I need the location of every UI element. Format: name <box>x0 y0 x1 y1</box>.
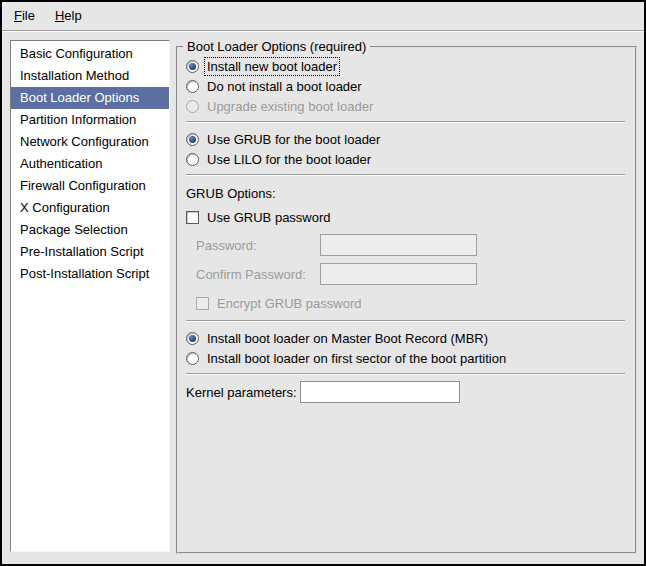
sidebar-item-installation-method[interactable]: Installation Method <box>11 65 169 87</box>
kernel-parameters-row: Kernel parameters: <box>186 381 625 403</box>
sidebar-item-partition-information[interactable]: Partition Information <box>11 109 169 131</box>
sidebar-item-firewall-configuration[interactable]: Firewall Configuration <box>11 175 169 197</box>
menu-help[interactable]: Help <box>45 2 92 30</box>
kernel-parameters-input[interactable] <box>300 381 460 403</box>
radio-use-grub[interactable]: Use GRUB for the boot loader <box>186 129 625 149</box>
radio-label: Install boot loader on Master Boot Recor… <box>205 330 490 347</box>
menu-file[interactable]: File <box>4 2 45 30</box>
radio-label: Install new boot loader <box>205 58 339 75</box>
radio-label: Install boot loader on first sector of t… <box>205 350 508 367</box>
radio-install-new-boot-loader[interactable]: Install new boot loader <box>186 56 625 76</box>
sidebar-item-x-configuration[interactable]: X Configuration <box>11 197 169 219</box>
password-input <box>320 234 477 256</box>
radio-button-icon <box>186 352 199 365</box>
checkbox-label: Use GRUB password <box>205 209 333 226</box>
grub-options-heading: GRUB Options: <box>186 185 625 201</box>
radio-label: Upgrade existing boot loader <box>205 98 375 115</box>
radio-install-first-sector[interactable]: Install boot loader on first sector of t… <box>186 348 625 368</box>
radio-use-lilo[interactable]: Use LILO for the boot loader <box>186 149 625 169</box>
frame-title: Boot Loader Options (required) <box>183 39 370 54</box>
menu-file-label: ile <box>22 8 35 23</box>
menu-file-accel: F <box>14 8 22 23</box>
radio-button-icon <box>186 133 199 146</box>
confirm-password-label: Confirm Password: <box>196 267 320 282</box>
sidebar-item-package-selection[interactable]: Package Selection <box>11 219 169 241</box>
checkbox-icon <box>196 297 209 310</box>
separator <box>186 174 625 176</box>
kernel-parameters-label: Kernel parameters: <box>186 385 300 400</box>
radio-do-not-install-boot-loader[interactable]: Do not install a boot loader <box>186 76 625 96</box>
checkbox-icon <box>186 211 199 224</box>
kickstart-configurator-window: File Help Basic Configuration Installati… <box>0 0 646 566</box>
category-list: Basic Configuration Installation Method … <box>10 40 170 552</box>
radio-label: Use GRUB for the boot loader <box>205 131 382 148</box>
menu-separator <box>2 30 644 32</box>
menu-help-accel: H <box>55 8 64 23</box>
checkbox-encrypt-grub-password: Encrypt GRUB password <box>196 293 625 313</box>
boot-loader-options-frame: Boot Loader Options (required) Install n… <box>176 46 637 554</box>
radio-install-mbr[interactable]: Install boot loader on Master Boot Recor… <box>186 328 625 348</box>
grub-options-heading-label: GRUB Options: <box>186 186 276 201</box>
radio-label: Use LILO for the boot loader <box>205 151 373 168</box>
password-label: Password: <box>196 238 320 253</box>
radio-label: Do not install a boot loader <box>205 78 364 95</box>
menu-bar: File Help <box>2 2 644 30</box>
radio-button-icon <box>186 100 199 113</box>
separator <box>186 320 625 322</box>
sidebar-item-authentication[interactable]: Authentication <box>11 153 169 175</box>
sidebar-item-post-installation-script[interactable]: Post-Installation Script <box>11 263 169 285</box>
confirm-password-row: Confirm Password: <box>196 263 625 285</box>
radio-button-icon <box>186 153 199 166</box>
confirm-password-input <box>320 263 477 285</box>
radio-button-icon <box>186 80 199 93</box>
password-row: Password: <box>196 234 625 256</box>
checkbox-use-grub-password[interactable]: Use GRUB password <box>186 207 625 227</box>
sidebar-item-network-configuration[interactable]: Network Configuration <box>11 131 169 153</box>
sidebar-item-pre-installation-script[interactable]: Pre-Installation Script <box>11 241 169 263</box>
separator <box>186 121 625 123</box>
separator <box>186 373 625 375</box>
radio-button-icon <box>186 60 199 73</box>
menu-help-label: elp <box>64 8 81 23</box>
checkbox-label: Encrypt GRUB password <box>215 295 364 312</box>
sidebar-item-boot-loader-options[interactable]: Boot Loader Options <box>11 87 169 109</box>
radio-button-icon <box>186 332 199 345</box>
radio-upgrade-existing-boot-loader: Upgrade existing boot loader <box>186 96 625 116</box>
sidebar-item-basic-configuration[interactable]: Basic Configuration <box>11 43 169 65</box>
